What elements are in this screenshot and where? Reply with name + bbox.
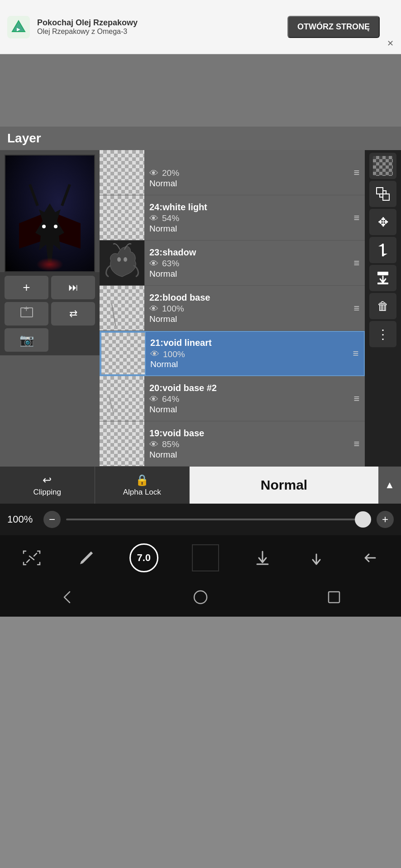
transform-button[interactable] [369,181,396,207]
layer-menu-button[interactable]: ≡ [348,376,365,421]
more-options-button[interactable]: ⋮ [369,321,396,347]
download-icon [253,548,272,568]
ad-cta-button[interactable]: OTWÓRZ STRONĘ [287,16,380,38]
svg-rect-4 [377,188,383,194]
layer-blend: Normal [149,224,344,234]
delete-button[interactable]: 🗑 [369,293,396,319]
recents-nav-button[interactable] [326,589,342,609]
home-nav-icon [192,589,209,605]
layer-info: 19:void base 👁 85% Normal [145,421,348,466]
layer-panel-title: Layer [7,131,41,145]
layer-row[interactable]: 24:white light 👁 54% Normal ≡ [100,195,365,241]
android-nav-bar [0,580,401,617]
zoom-slider[interactable] [66,519,371,520]
layer-thumbnail [100,150,145,195]
download2-button[interactable] [306,548,326,568]
visibility-icon[interactable]: 👁 [149,213,158,224]
selection-transform-icon [21,549,42,567]
layer-menu-button[interactable]: ≡ [348,332,364,375]
horn-right [61,184,71,206]
visibility-icon[interactable]: 👁 [149,259,158,269]
selection-transform-button[interactable] [21,549,42,567]
merge-down-button[interactable] [369,265,396,291]
layer-info: 20:void base #2 👁 64% Normal [145,376,348,421]
alpha-lock-label: Alpha Lock [123,488,161,497]
go-to-current-layer-button[interactable]: ⏭ [51,276,95,299]
checkerboard-icon [373,156,393,176]
blend-mode-button[interactable]: Normal [190,467,378,504]
add-layer-button[interactable]: + [5,276,48,299]
red-glow [36,258,63,271]
back-button[interactable] [360,548,380,568]
visibility-icon[interactable]: 👁 [149,439,158,450]
layer-panel-body: + ⏭ + ⇄ 📷 👁 [0,150,401,467]
layer-info: 24:white light 👁 54% Normal [145,195,348,240]
layer-menu-button[interactable]: ≡ [348,195,365,240]
layer-name: 24:white light [149,202,344,212]
layer-opacity: 20% [162,168,179,178]
layer-meta: 👁 100% [150,349,343,359]
layer-panel-header: Layer [0,127,401,150]
layer-row[interactable]: 19:void base 👁 85% Normal ≡ [100,421,365,467]
layer-menu-button[interactable]: ≡ [348,241,365,285]
ad-banner: ▶ Pokochaj Olej Rzepakowy Olej Rzepakowy… [0,0,401,54]
brush-button[interactable] [76,548,95,568]
visibility-icon[interactable]: 👁 [149,394,158,405]
layer-thumbnail [100,286,145,330]
zoom-bar: 100% − + [0,504,401,535]
visibility-icon[interactable]: 👁 [149,168,158,179]
layer-row[interactable]: 23:shadow 👁 63% Normal ≡ [100,241,365,286]
ad-close-icon[interactable]: ✕ [387,38,394,48]
download2-icon [306,548,326,568]
blend-mode-dropdown[interactable]: ▲ [378,467,401,504]
alpha-lock-button[interactable]: 🔒 Alpha Lock [95,467,190,504]
camera-button[interactable]: 📷 [5,328,48,352]
layer-info: 21:void lineart 👁 100% Normal [146,332,348,375]
ad-title: Pokochaj Olej Rzepakowy [37,18,280,28]
layer-row[interactable]: 👁 20% Normal ≡ [100,150,365,195]
zoom-plus-button[interactable]: + [377,511,394,528]
svg-point-3 [124,257,127,262]
clipping-button[interactable]: ↩ Clipping [0,467,95,504]
layer-name: 23:shadow [149,247,344,258]
add-group-button[interactable]: + [5,302,48,326]
more-icon: ⋮ [377,327,389,342]
layer-menu-button[interactable]: ≡ [348,150,365,195]
home-nav-button[interactable] [192,589,209,609]
color-swatch-button[interactable] [192,544,219,571]
layer-menu-button[interactable]: ≡ [348,286,365,330]
clipping-icon: ↩ [43,474,52,486]
layer-thumbnail [100,376,145,421]
layer-opacity: 63% [162,259,179,269]
layer-row-selected[interactable]: 21:void lineart 👁 100% Normal ≡ [100,331,365,376]
download-button[interactable] [253,548,272,568]
canvas-preview-image[interactable] [5,155,95,272]
flip-button[interactable] [369,237,396,263]
layer-meta: 👁 100% [149,304,344,314]
creature-body [32,203,68,262]
svg-point-2 [117,257,121,262]
move-layer-button[interactable]: ⇄ [51,302,95,326]
visibility-icon[interactable]: 👁 [150,349,159,359]
layer-thumbnail [100,421,145,466]
layer-meta: 👁 63% [149,259,344,269]
creature-eyes [42,225,57,228]
canvas-creature [5,156,94,271]
visibility-icon[interactable]: 👁 [149,304,158,314]
horn-left [29,184,39,206]
layer-row[interactable]: 22:blood base 👁 100% Normal ≡ [100,286,365,331]
layer-blend: Normal [149,405,344,415]
back-nav-button[interactable] [59,589,75,609]
move-button[interactable]: ✥ [369,209,396,235]
layer-name [149,157,344,167]
checkerboard-button[interactable] [369,153,396,179]
layer-menu-button[interactable]: ≡ [348,421,365,466]
recents-nav-icon [326,589,342,605]
move-icon: ✥ [378,215,388,230]
layer-thumbnail [100,241,145,285]
layer-meta: 👁 85% [149,439,344,450]
brush-size-button[interactable]: 7.0 [129,543,158,572]
zoom-minus-button[interactable]: − [43,511,61,528]
layer-row[interactable]: 20:void base #2 👁 64% Normal ≡ [100,376,365,421]
zoom-thumb[interactable] [355,511,371,528]
